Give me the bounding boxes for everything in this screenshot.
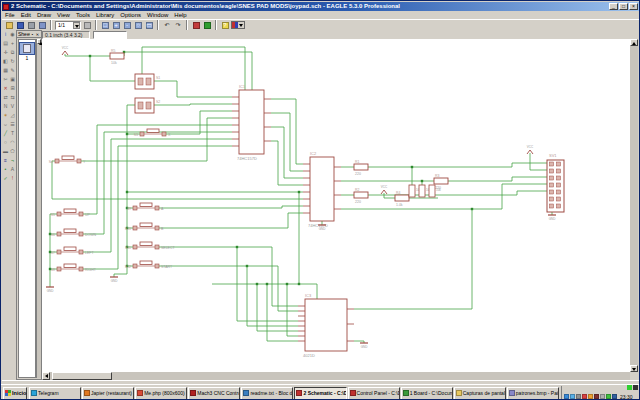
net-wire[interactable] <box>247 266 298 326</box>
pad-S1[interactable]: S1 <box>135 74 160 89</box>
net-wire[interactable] <box>287 284 298 336</box>
change-icon[interactable]: ✎ <box>9 66 16 75</box>
green-led-tray-icon[interactable] <box>627 385 632 390</box>
delete-icon[interactable]: ✕ <box>2 84 9 93</box>
tray-icon-2[interactable] <box>570 394 575 399</box>
taskbar-button[interactable]: Control Panel - C:\Docu... <box>348 387 400 400</box>
net-wire[interactable] <box>271 127 303 178</box>
scroll-left-arrow[interactable] <box>42 372 50 380</box>
menu-library[interactable]: Library <box>93 11 117 19</box>
show-icon[interactable]: ◉ <box>9 30 16 39</box>
net-wire[interactable] <box>448 177 547 181</box>
copy-icon[interactable]: ⧉ <box>9 48 16 57</box>
button-S9[interactable]: S9A <box>127 203 164 211</box>
menu-file[interactable]: File <box>2 11 18 19</box>
button-S7[interactable]: S7LEFT <box>51 247 95 255</box>
junction-icon[interactable]: • <box>2 165 9 174</box>
taskbar-button[interactable]: Me.php (800x600) - Go... <box>135 387 187 400</box>
zoom-out-icon[interactable]: - <box>122 20 132 30</box>
gnd-symbol[interactable]: GND <box>548 215 556 221</box>
net-wire[interactable] <box>354 209 472 309</box>
bus-icon[interactable]: ≡ <box>2 156 9 165</box>
redo-icon[interactable]: ↷ <box>173 20 183 30</box>
sheet-thumbnail[interactable] <box>19 42 35 55</box>
net-wire[interactable] <box>142 47 245 90</box>
chevron-down-icon[interactable] <box>73 22 80 29</box>
group-icon[interactable]: ▦ <box>2 66 9 75</box>
net-wire[interactable] <box>530 153 547 170</box>
display-icon[interactable]: ▤ <box>2 39 9 48</box>
taskbar-button[interactable]: 1 Board - C:\Documents ... <box>401 387 453 400</box>
scroll-up-arrow[interactable] <box>630 39 638 46</box>
net-wire[interactable] <box>271 99 303 164</box>
tray-icon-4[interactable] <box>582 394 587 399</box>
rect-icon[interactable]: ▬ <box>2 147 9 156</box>
net-wire[interactable] <box>81 132 232 234</box>
net-wire[interactable] <box>154 104 232 105</box>
gnd-symbol[interactable]: GND <box>46 287 54 293</box>
ic-IC2[interactable]: IC274HC157D <box>303 151 341 228</box>
net-wire[interactable] <box>164 111 232 134</box>
sheets-scrollbar[interactable] <box>36 39 41 378</box>
vcc-symbol[interactable]: VCC <box>62 46 69 55</box>
menu-draw[interactable]: Draw <box>34 11 54 19</box>
resistor-R5[interactable]: R510k <box>110 49 124 66</box>
tray-icon-8[interactable] <box>606 394 611 399</box>
move-icon[interactable]: ✛ <box>2 48 9 57</box>
scroll-down-arrow[interactable] <box>630 365 638 372</box>
net-wire[interactable] <box>368 163 547 167</box>
wire-icon[interactable]: ╱ <box>2 129 9 138</box>
taskbar-button[interactable]: Japier (restaurant) - ... <box>82 387 134 400</box>
net-wire[interactable] <box>79 118 232 161</box>
horizontal-scrollbar[interactable] <box>42 372 630 380</box>
vcc-symbol[interactable]: VCC <box>381 185 388 194</box>
net-wire[interactable] <box>212 284 317 299</box>
print-icon[interactable] <box>26 20 36 30</box>
pinswap-icon[interactable]: ⇄ <box>2 93 9 102</box>
net-icon[interactable]: ¬ <box>9 156 16 165</box>
scrollbar-thumb[interactable] <box>52 372 112 380</box>
undo-icon[interactable]: ↶ <box>162 20 172 30</box>
chevron-down-icon[interactable] <box>238 22 244 28</box>
invoke-icon[interactable]: ☰ <box>9 120 16 129</box>
button-S10[interactable]: S10B <box>125 223 164 231</box>
zoom-fit-icon[interactable]: □ <box>100 20 110 30</box>
net-wire[interactable] <box>368 191 547 195</box>
button-S8[interactable]: S8RIGHT <box>51 264 97 272</box>
close-button[interactable]: × <box>629 3 638 10</box>
taskbar-button[interactable]: patrones.bmp - Paint <box>507 387 559 400</box>
pad-S2[interactable]: S2 <box>135 98 160 113</box>
maximize-button[interactable]: □ <box>619 3 628 10</box>
mark-icon[interactable]: + <box>9 39 16 48</box>
taskbar-button[interactable]: 2 Schematic - C:\Doc... <box>294 387 346 400</box>
minimize-button[interactable]: _ <box>609 3 618 10</box>
tray-icon-3[interactable] <box>576 394 581 399</box>
tray-icon-5[interactable] <box>588 394 593 399</box>
command-input[interactable] <box>93 31 127 39</box>
save-icon[interactable] <box>15 20 25 30</box>
export-icon[interactable] <box>37 20 47 30</box>
miter-icon[interactable]: ◿ <box>9 111 16 120</box>
zoom-redraw-icon[interactable]: ○ <box>133 20 143 30</box>
polygon-icon[interactable]: ⬠ <box>9 147 16 156</box>
gnd-symbol[interactable]: GND <box>318 225 326 231</box>
value-icon[interactable]: V <box>9 102 16 111</box>
net-wire[interactable] <box>341 184 547 209</box>
resistor-R4[interactable]: R41.0k <box>395 191 409 208</box>
smash-icon[interactable]: ✶ <box>2 111 9 120</box>
close-icon[interactable]: ✕ <box>35 32 40 37</box>
errors-icon[interactable]: ! <box>9 174 16 183</box>
net-wire[interactable] <box>52 161 303 199</box>
mirror-icon[interactable]: ◧ <box>2 57 9 66</box>
schematic-canvas-area[interactable]: IC174HC157DIC274HC157DIC34021DSV1S3XS4YS… <box>42 39 630 372</box>
net-wire[interactable] <box>90 56 135 81</box>
tray-icon-6[interactable] <box>594 394 599 399</box>
zoom-select-icon[interactable]: ▭ <box>144 20 154 30</box>
start-button[interactable]: Inicio <box>3 387 27 400</box>
gnd-symbol[interactable]: GND <box>110 277 118 283</box>
tray-icon-1[interactable] <box>564 394 569 399</box>
button-S3[interactable]: S3X <box>134 129 171 137</box>
arc-icon[interactable]: ◠ <box>9 138 16 147</box>
net-wire[interactable] <box>157 247 298 306</box>
schematic-drawing[interactable]: IC174HC157DIC274HC157DIC34021DSV1S3XS4YS… <box>42 39 630 372</box>
